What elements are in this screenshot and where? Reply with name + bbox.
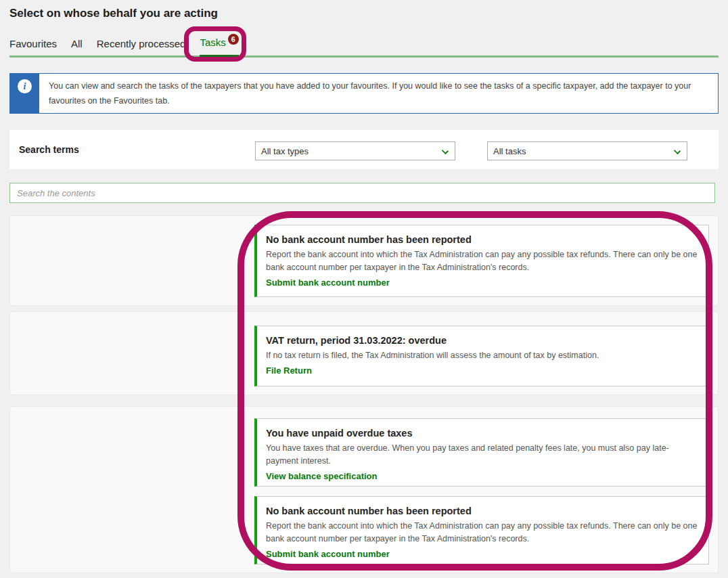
info-icon: i xyxy=(18,79,32,93)
tab-recently-processed[interactable]: Recently processed xyxy=(97,35,186,55)
task-type-select[interactable]: All tasks xyxy=(487,141,687,160)
file-return-link[interactable]: File Return xyxy=(266,365,312,376)
info-banner-accent: i xyxy=(10,74,39,113)
task-type-select-value: All tasks xyxy=(493,146,526,156)
tax-type-select-value: All tax types xyxy=(261,146,309,156)
tab-tasks[interactable]: Tasks6 xyxy=(200,34,238,58)
info-banner-text: You can view and search the tasks of the… xyxy=(49,79,708,108)
task-description: Report the bank account into which the T… xyxy=(266,248,698,274)
taxpayer-row: VAT return, period 31.03.2022: overdue I… xyxy=(9,311,719,395)
tab-tasks-label: Tasks xyxy=(200,37,225,48)
tax-type-select[interactable]: All tax types xyxy=(255,141,455,160)
info-banner: i You can view and search the tasks of t… xyxy=(9,73,719,114)
search-terms-label: Search terms xyxy=(19,144,79,155)
tab-bar: Favourites All Recently processed Tasks6 xyxy=(9,34,719,58)
page-title: Select on whose behalf you are acting xyxy=(9,7,218,20)
chevron-down-icon xyxy=(674,148,681,154)
task-card: VAT return, period 31.03.2022: overdue I… xyxy=(254,326,709,386)
content-search-input[interactable] xyxy=(9,183,715,203)
chevron-down-icon xyxy=(442,148,449,154)
tab-favourites[interactable]: Favourites xyxy=(9,35,57,55)
tab-all[interactable]: All xyxy=(71,35,83,55)
task-card: You have unpaid overdue taxes You have t… xyxy=(254,418,709,487)
task-title: No bank account number has been reported xyxy=(266,234,698,245)
view-balance-specification-link[interactable]: View balance specification xyxy=(266,471,378,481)
search-filter-panel: Search terms All tax types All tasks xyxy=(9,130,719,169)
task-description: If no tax return is filed, the Tax Admin… xyxy=(266,349,698,362)
taxpayer-row: You have unpaid overdue taxes You have t… xyxy=(9,406,719,573)
task-title: VAT return, period 31.03.2022: overdue xyxy=(266,335,698,346)
act-on-behalf-page: Select on whose behalf you are acting Fa… xyxy=(0,0,728,578)
task-card: No bank account number has been reported… xyxy=(254,225,709,297)
task-description: You have taxes that are overdue. When yo… xyxy=(266,442,698,468)
submit-bank-account-link[interactable]: Submit bank account number xyxy=(266,549,390,559)
submit-bank-account-link[interactable]: Submit bank account number xyxy=(266,277,390,288)
task-title: No bank account number has been reported xyxy=(266,506,698,516)
task-description: Report the bank account into which the T… xyxy=(266,520,698,546)
taxpayer-row: No bank account number has been reported… xyxy=(9,215,719,306)
tasks-count-badge: 6 xyxy=(228,34,239,45)
task-card: No bank account number has been reported… xyxy=(254,496,709,564)
task-title: You have unpaid overdue taxes xyxy=(266,428,698,439)
